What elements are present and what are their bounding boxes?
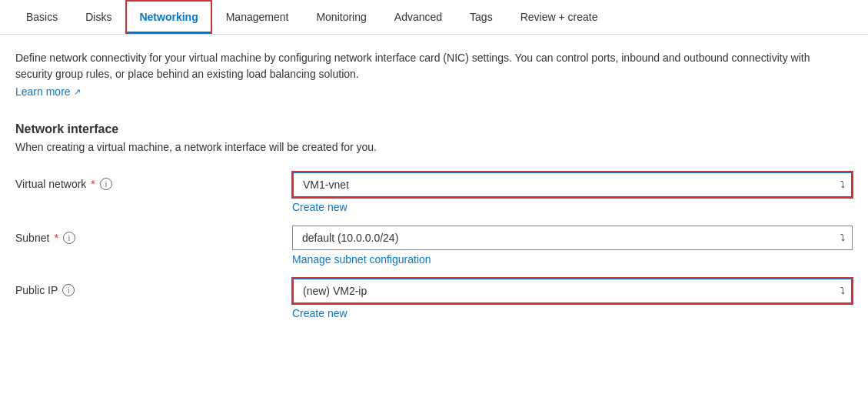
section-title: Network interface <box>15 122 853 136</box>
public-ip-control: (new) VM2-ip ⤵ Create new <box>292 278 853 319</box>
public-ip-create-new-link[interactable]: Create new <box>292 307 853 319</box>
subnet-dropdown[interactable]: default (10.0.0.0/24) <box>292 226 853 250</box>
tab-advanced[interactable]: Advanced <box>381 0 456 34</box>
tab-basics[interactable]: Basics <box>12 0 72 34</box>
subnet-info-icon[interactable]: i <box>63 232 75 244</box>
public-ip-label: Public IP i <box>15 278 292 296</box>
tab-monitoring[interactable]: Monitoring <box>302 0 380 34</box>
virtual-network-dropdown-container: VM1-vnet ⤵ <box>292 172 853 198</box>
page-description: Define network connectivity for your vir… <box>15 50 823 82</box>
virtual-network-required: * <box>91 178 95 190</box>
virtual-network-create-new-link[interactable]: Create new <box>292 201 853 213</box>
tab-management[interactable]: Management <box>212 0 303 34</box>
virtual-network-control: VM1-vnet ⤵ Create new <box>292 172 853 213</box>
subnet-manage-link[interactable]: Manage subnet configuration <box>292 253 853 266</box>
public-ip-label-text: Public IP <box>15 284 58 296</box>
learn-more-text: Learn more <box>15 85 71 98</box>
public-ip-dropdown-container: (new) VM2-ip ⤵ <box>292 278 853 304</box>
subnet-row: Subnet * i default (10.0.0.0/24) ⤵ Manag… <box>15 226 853 266</box>
virtual-network-label-text: Virtual network <box>15 178 86 190</box>
tab-navigation: Basics Disks Networking Management Monit… <box>0 0 868 35</box>
virtual-network-dropdown[interactable]: VM1-vnet <box>292 172 853 198</box>
tab-disks[interactable]: Disks <box>72 0 125 34</box>
public-ip-info-icon[interactable]: i <box>62 284 75 296</box>
tab-tags[interactable]: Tags <box>456 0 507 34</box>
subnet-label-text: Subnet <box>15 232 49 244</box>
virtual-network-label: Virtual network * i <box>15 172 292 190</box>
public-ip-dropdown[interactable]: (new) VM2-ip <box>292 278 853 304</box>
tab-review-create[interactable]: Review + create <box>507 0 612 34</box>
section-subtitle: When creating a virtual machine, a netwo… <box>15 141 853 153</box>
subnet-dropdown-container: default (10.0.0.0/24) ⤵ <box>292 226 853 250</box>
subnet-control: default (10.0.0.0/24) ⤵ Manage subnet co… <box>292 226 853 266</box>
virtual-network-info-icon[interactable]: i <box>100 178 112 190</box>
main-content: Define network connectivity for your vir… <box>0 35 868 347</box>
public-ip-row: Public IP i (new) VM2-ip ⤵ Create new <box>15 278 853 319</box>
tab-networking[interactable]: Networking <box>125 0 211 34</box>
learn-more-link[interactable]: Learn more ↗ <box>15 85 81 98</box>
subnet-label: Subnet * i <box>15 226 292 244</box>
virtual-network-row: Virtual network * i VM1-vnet ⤵ Create ne… <box>15 172 853 213</box>
external-link-icon: ↗ <box>74 87 81 97</box>
subnet-required: * <box>54 232 58 244</box>
